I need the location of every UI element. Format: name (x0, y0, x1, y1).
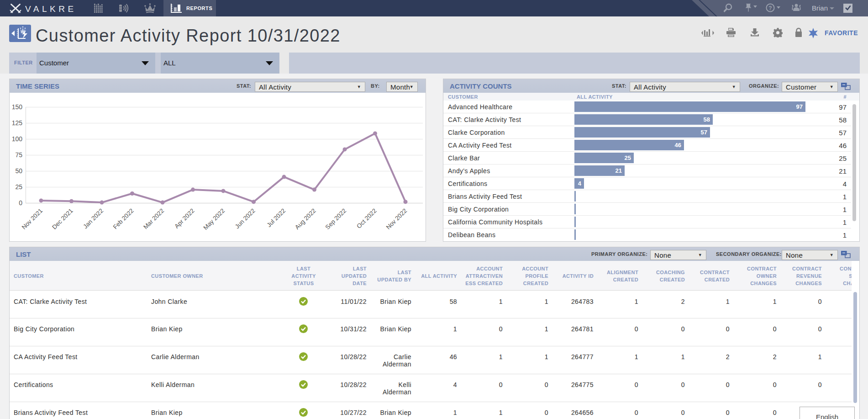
svg-text:Jun 2022: Jun 2022 (234, 207, 257, 230)
svg-text:Oct 2022: Oct 2022 (355, 207, 378, 230)
svg-text:Jan 2022: Jan 2022 (82, 207, 105, 230)
svg-text:Jul 2022: Jul 2022 (265, 207, 287, 229)
svg-text:150: 150 (12, 103, 23, 111)
svg-text:Aug 2022: Aug 2022 (294, 207, 317, 231)
svg-text:100: 100 (12, 135, 23, 143)
svg-text:Feb 2022: Feb 2022 (112, 207, 135, 231)
svg-text:Nov 2021: Nov 2021 (21, 207, 44, 231)
svg-text:Sep 2022: Sep 2022 (324, 207, 347, 231)
svg-text:?: ? (768, 5, 772, 11)
svg-text:Mar 2022: Mar 2022 (142, 207, 165, 231)
svg-text:50: 50 (15, 167, 22, 175)
svg-text:Apr 2022: Apr 2022 (173, 207, 195, 230)
svg-text:Nov 2022: Nov 2022 (385, 207, 408, 231)
svg-text:0: 0 (19, 199, 22, 207)
svg-text:125: 125 (12, 119, 23, 127)
svg-text:Dec 2021: Dec 2021 (51, 207, 74, 231)
svg-text:75: 75 (15, 151, 22, 159)
svg-text:25: 25 (15, 183, 22, 191)
svg-text:May 2022: May 2022 (202, 207, 226, 232)
